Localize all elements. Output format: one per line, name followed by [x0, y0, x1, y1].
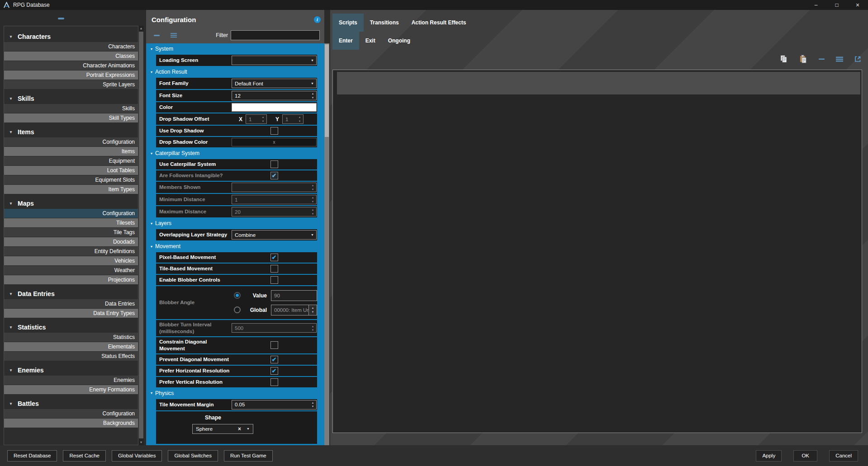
- sidebar-item-portrait-expressions[interactable]: Portrait Expressions: [4, 71, 138, 80]
- spinner-arrows-icon[interactable]: ▲▼: [309, 325, 316, 332]
- sidebar-item-data-entry-types[interactable]: Data Entry Types: [4, 309, 138, 318]
- checkbox-tile-based-movement[interactable]: [270, 265, 278, 273]
- filter-input[interactable]: [231, 30, 320, 40]
- section-header-movement[interactable]: ▾Movement: [146, 241, 324, 251]
- sidebar-item-backgrounds[interactable]: Backgrounds: [4, 419, 138, 428]
- checkbox-are-followers-intangible[interactable]: [270, 172, 278, 179]
- sidebar-item-skill-types[interactable]: Skill Types: [4, 113, 138, 122]
- sidebar-group-characters[interactable]: ▾Characters: [4, 31, 138, 42]
- sidebar-item-tilesets[interactable]: Tilesets: [4, 218, 138, 227]
- section-header-caterpillar-system[interactable]: ▾Caterpillar System: [146, 148, 324, 158]
- section-header-system[interactable]: ▾System: [146, 44, 324, 54]
- spinner-arrows-icon[interactable]: ▲▼: [260, 115, 266, 123]
- menu-icon[interactable]: [171, 33, 177, 38]
- dropdown-loading-screen[interactable]: ▼: [232, 56, 317, 65]
- spinner-blobber-turn-interval-milliseconds[interactable]: 500▲▼: [232, 323, 317, 333]
- sidebar-group-skills[interactable]: ▾Skills: [4, 93, 138, 104]
- sidebar-item-equipment-slots[interactable]: Equipment Slots: [4, 175, 138, 184]
- checkbox-prevent-diagonal-movement[interactable]: [270, 356, 278, 363]
- sidebar-item-item-types[interactable]: Item Types: [4, 185, 138, 194]
- maximize-button[interactable]: □: [826, 0, 847, 10]
- spinner-arrows-icon[interactable]: ▲▼: [309, 401, 316, 409]
- tab-enter[interactable]: Enter: [332, 32, 359, 50]
- sidebar-item-entity-definitions[interactable]: Entity Definitions: [4, 247, 138, 256]
- info-icon[interactable]: i: [314, 16, 321, 23]
- sidebar-item-characters[interactable]: Characters: [4, 42, 138, 51]
- global-variables-button[interactable]: Global Variables: [112, 450, 162, 461]
- sidebar-item-elementals[interactable]: Elementals: [4, 342, 138, 351]
- clear-icon[interactable]: ×: [238, 426, 241, 432]
- sidebar-item-statistics[interactable]: Statistics: [4, 333, 138, 342]
- section-header-action-result[interactable]: ▾Action Result: [146, 67, 324, 77]
- close-button[interactable]: ×: [847, 0, 868, 10]
- tab-exit[interactable]: Exit: [359, 32, 382, 50]
- spinner-maximum-distance[interactable]: 20▲▼: [232, 207, 317, 217]
- section-header-layers[interactable]: ▾Layers: [146, 218, 324, 228]
- open-external-icon[interactable]: [854, 55, 862, 63]
- sidebar-group-data-entries[interactable]: ▾Data Entries: [4, 288, 138, 299]
- sidebar-item-configuration[interactable]: Configuration: [4, 209, 138, 218]
- tab-scripts[interactable]: Scripts: [332, 14, 364, 32]
- spinner-tile-movement-margin[interactable]: 0.05▲▼: [232, 400, 317, 410]
- sidebar-item-skills[interactable]: Skills: [4, 104, 138, 113]
- checkbox-constrain-diagonal-movement[interactable]: [270, 341, 278, 349]
- checkbox-enable-blobber-controls[interactable]: [270, 276, 278, 284]
- collapse-all-icon[interactable]: [154, 35, 160, 36]
- spinner-arrows-icon[interactable]: ▲▼: [309, 184, 316, 191]
- sidebar-item-classes[interactable]: Classes: [4, 52, 138, 61]
- checkbox-prefer-horizontal-resolution[interactable]: [270, 367, 278, 375]
- sidebar-item-items[interactable]: Items: [4, 147, 138, 156]
- checkbox-pixel-based-movement[interactable]: [270, 254, 278, 261]
- sidebar-item-vehicles[interactable]: Vehicles: [4, 256, 138, 265]
- spinner-arrows-icon[interactable]: ▲▼: [309, 208, 316, 216]
- sidebar-item-loot-tables[interactable]: Loot Tables: [4, 166, 138, 175]
- sidebar-group-enemies[interactable]: ▾Enemies: [4, 365, 138, 376]
- sidebar-item-configuration[interactable]: Configuration: [4, 409, 138, 418]
- sidebar-item-data-entries[interactable]: Data Entries: [4, 299, 138, 308]
- tab-transitions[interactable]: Transitions: [364, 14, 405, 32]
- reset-database-button[interactable]: Reset Database: [7, 450, 57, 461]
- copy-icon[interactable]: [779, 55, 788, 63]
- sidebar-scrollbar[interactable]: ▲ ▼: [138, 26, 144, 445]
- sidebar-item-equipment[interactable]: Equipment: [4, 156, 138, 165]
- sidebar-scrollbar-thumb[interactable]: [139, 32, 143, 438]
- sidebar-item-status-effects[interactable]: Status Effects: [4, 352, 138, 361]
- combo-spinner-arrows-icon[interactable]: ▲▼: [309, 305, 317, 315]
- dropdown-overlapping-layer-strategy[interactable]: Combine▼: [232, 230, 317, 240]
- apply-button[interactable]: Apply: [756, 450, 782, 461]
- sidebar-item-projections[interactable]: Projections: [4, 275, 138, 284]
- sidebar-item-configuration[interactable]: Configuration: [4, 137, 138, 146]
- scroll-up-icon[interactable]: ▲: [138, 26, 144, 31]
- sidebar-item-enemy-formations[interactable]: Enemy Formations: [4, 385, 138, 394]
- color-swatch-color[interactable]: [232, 103, 317, 112]
- spinner-arrows-icon[interactable]: ▲▼: [309, 196, 316, 203]
- dropdown-font-family[interactable]: Default Font▼: [232, 79, 317, 88]
- spinner-arrows-icon[interactable]: ▲▼: [309, 92, 316, 99]
- sidebar-item-tile-tags[interactable]: Tile Tags: [4, 228, 138, 237]
- checkbox-prefer-vertical-resolution[interactable]: [270, 378, 278, 386]
- ok-button[interactable]: OK: [793, 450, 817, 461]
- config-scrollbar-thumb[interactable]: [325, 44, 329, 137]
- checkbox-use-drop-shadow[interactable]: [270, 127, 278, 135]
- run-test-game-button[interactable]: Run Test Game: [224, 450, 273, 461]
- sidebar-group-maps[interactable]: ▾Maps: [4, 198, 138, 209]
- paste-icon[interactable]: [799, 55, 807, 63]
- color-swatch-drop-shadow-color[interactable]: x: [232, 138, 317, 146]
- shape-dropdown[interactable]: Sphere×▼: [192, 424, 253, 434]
- global-variable-combo[interactable]: 00000: Item Ur: [271, 305, 309, 315]
- scroll-down-icon[interactable]: ▼: [138, 440, 144, 445]
- spinner-minimum-distance[interactable]: 1▲▼: [232, 195, 317, 204]
- sidebar-item-weather[interactable]: Weather: [4, 266, 138, 275]
- sidebar-group-battles[interactable]: ▾Battles: [4, 398, 138, 409]
- checkbox-use-caterpillar-system[interactable]: [270, 160, 278, 168]
- x-offset-spinner[interactable]: 1▲▼: [246, 114, 267, 124]
- sidebar-item-doodads[interactable]: Doodads: [4, 237, 138, 246]
- sidebar-item-character-animations[interactable]: Character Animations: [4, 61, 138, 70]
- tab-ongoing[interactable]: Ongoing: [382, 32, 417, 50]
- config-scrollbar[interactable]: [324, 43, 329, 445]
- cancel-button[interactable]: Cancel: [829, 450, 858, 461]
- spinner-arrows-icon[interactable]: ▲▼: [296, 115, 303, 123]
- radio-global[interactable]: [234, 306, 241, 313]
- sidebar-group-items[interactable]: ▾Items: [4, 127, 138, 137]
- spinner-members-shown[interactable]: ▲▼: [232, 183, 317, 192]
